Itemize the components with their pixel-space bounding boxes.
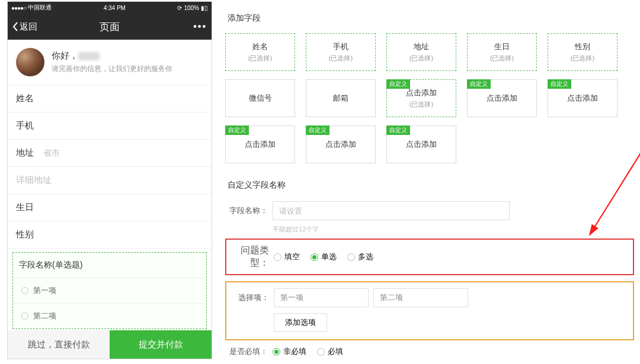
profile-sub: 请完善你的信息，让我们更好的服务你 <box>52 64 172 74</box>
form-row-phone[interactable]: 手机 <box>8 112 212 140</box>
phone-preview: ●●●●○ 中国联通 4:34 PM ⟳ 100% ▮▯ 返回 页面 ••• 你… <box>7 1 212 359</box>
field-card-gender[interactable]: 性别(已选择) <box>548 33 617 71</box>
qtype-multi[interactable]: 多选 <box>347 252 373 262</box>
field-card-custom-2[interactable]: 自定义 点击添加 <box>467 79 537 117</box>
custom-badge: 自定义 <box>386 125 410 135</box>
custom-badge: 自定义 <box>386 79 410 89</box>
submit-button[interactable]: 提交并付款 <box>110 330 212 359</box>
form-row-gender[interactable]: 性别 <box>8 221 212 249</box>
field-name-input[interactable] <box>273 201 510 220</box>
field-grid: 姓名(已选择) 手机(已选择) 地址(已选择) 生日(已选择) 性别(已选择) … <box>225 33 634 163</box>
battery-label: 100% <box>184 5 199 11</box>
opts-label: 选择项： <box>226 292 269 303</box>
more-button[interactable]: ••• <box>193 21 207 32</box>
chevron-left-icon <box>12 22 18 31</box>
field-card-wechat[interactable]: 微信号 <box>225 79 295 117</box>
field-group-title: 字段名称(单选题) <box>13 253 206 278</box>
status-bar: ●●●●○ 中国联通 4:34 PM ⟳ 100% ▮▯ <box>8 2 212 14</box>
form-row-detail[interactable]: 详细地址 <box>8 167 212 194</box>
refresh-icon: ⟳ <box>177 5 182 11</box>
avatar <box>16 48 44 76</box>
phone-footer: 跳过，直接付款 提交并付款 <box>8 330 212 359</box>
field-card-address[interactable]: 地址(已选择) <box>386 33 456 71</box>
opt-input-1[interactable] <box>274 288 369 307</box>
qtype-fill[interactable]: 填空 <box>274 252 300 262</box>
qtype-single[interactable]: 单选 <box>311 252 337 262</box>
field-card-custom-selected[interactable]: 自定义 点击添加(已选择) <box>386 79 456 117</box>
field-group-opt1[interactable]: 第一项 <box>13 278 206 304</box>
qtype-label: 问题类型： <box>226 244 269 269</box>
back-button[interactable]: 返回 <box>12 21 37 33</box>
custom-badge: 自定义 <box>306 125 329 135</box>
options-box: 选择项： 添加选项 <box>225 281 634 340</box>
custom-badge: 自定义 <box>548 79 571 89</box>
skip-button[interactable]: 跳过，直接付款 <box>8 330 110 359</box>
field-group-opt2[interactable]: 第二项 <box>13 304 206 328</box>
field-name-hint: 不能超过12个字 <box>273 225 634 234</box>
nav-title: 页面 <box>8 20 212 34</box>
custom-field-editor: 自定义字段名称 字段名称： 不能超过12个字 问题类型： 填空 单选 多选 选择… <box>225 180 634 357</box>
field-name-label: 字段名称： <box>225 205 268 216</box>
required-label: 是否必填： <box>225 346 268 357</box>
status-time: 4:34 PM <box>104 5 126 11</box>
cp-title: 自定义字段名称 <box>225 180 634 191</box>
field-card-name[interactable]: 姓名(已选择) <box>225 33 295 71</box>
required-yes[interactable]: 必填 <box>317 346 343 357</box>
profile-block: 你好， 请完善你的信息，让我们更好的服务你 <box>8 40 212 85</box>
field-card-custom-6[interactable]: 自定义 点击添加 <box>386 125 456 163</box>
config-panel: 添加字段 姓名(已选择) 手机(已选择) 地址(已选择) 生日(已选择) 性别(… <box>225 1 634 362</box>
question-type-box: 问题类型： 填空 单选 多选 <box>225 239 634 275</box>
nav-bar: 返回 页面 ••• <box>8 14 212 40</box>
form-row-name[interactable]: 姓名 <box>8 85 212 112</box>
signal-icon: ●●●●○ <box>11 5 26 11</box>
field-card-custom-5[interactable]: 自定义 点击添加 <box>306 125 376 163</box>
battery-icon: ▮▯ <box>201 5 208 11</box>
field-card-birthday[interactable]: 生日(已选择) <box>467 33 537 71</box>
form-row-address[interactable]: 地址 省市 <box>8 140 212 167</box>
opt-input-2[interactable] <box>373 288 468 307</box>
add-field-title: 添加字段 <box>225 1 634 33</box>
form-row-birthday[interactable]: 生日 <box>8 194 212 221</box>
field-card-custom-4[interactable]: 自定义 点击添加 <box>225 125 295 163</box>
hello-text: 你好， <box>52 50 172 62</box>
add-option-button[interactable]: 添加选项 <box>274 313 327 332</box>
custom-badge: 自定义 <box>225 125 249 135</box>
required-no[interactable]: 非必填 <box>273 346 306 357</box>
field-card-custom-3[interactable]: 自定义 点击添加 <box>548 79 617 117</box>
carrier-label: 中国联通 <box>28 4 52 12</box>
custom-badge: 自定义 <box>467 79 491 89</box>
field-card-email[interactable]: 邮箱 <box>306 79 376 117</box>
field-card-phone[interactable]: 手机(已选择) <box>306 33 376 71</box>
custom-field-preview[interactable]: 字段名称(单选题) 第一项 第二项 <box>12 252 207 329</box>
